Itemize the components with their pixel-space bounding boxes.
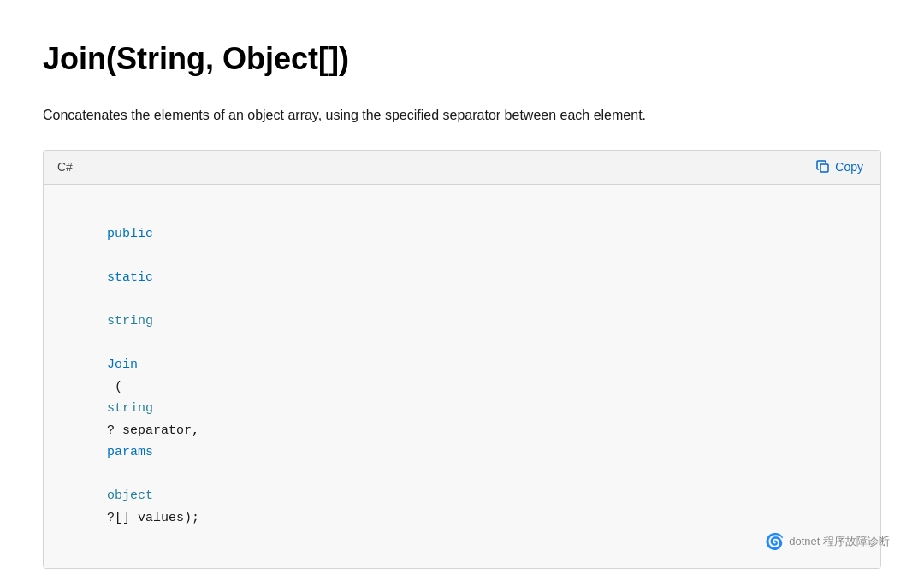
keyword-static: static xyxy=(107,270,153,285)
keyword-string: string xyxy=(107,314,153,328)
type-string: string xyxy=(107,401,153,416)
svg-rect-0 xyxy=(820,164,828,172)
copy-icon xyxy=(816,160,830,174)
keyword-public: public xyxy=(107,227,153,241)
code-block-header: C# Copy xyxy=(44,151,880,184)
code-language-label: C# xyxy=(57,157,73,176)
watermark-icon: 🌀 xyxy=(765,530,784,554)
code-line: public static string Join ( string ? sep… xyxy=(61,202,863,551)
method-join: Join xyxy=(107,358,138,372)
watermark-text: dotnet 程序故障诊断 xyxy=(789,533,890,551)
type-object: object xyxy=(107,488,153,503)
page-title: Join(String, Object[]) xyxy=(43,34,881,84)
code-block-body: public static string Join ( string ? sep… xyxy=(44,185,880,568)
copy-button[interactable]: Copy xyxy=(813,158,867,175)
copy-button-label: Copy xyxy=(835,160,863,174)
code-block-container: C# Copy public static string Join ( stri… xyxy=(43,150,881,568)
keyword-params: params xyxy=(107,445,153,459)
page-description: Concatenates the elements of an object a… xyxy=(43,104,813,127)
watermark: 🌀 dotnet 程序故障诊断 xyxy=(765,530,890,554)
